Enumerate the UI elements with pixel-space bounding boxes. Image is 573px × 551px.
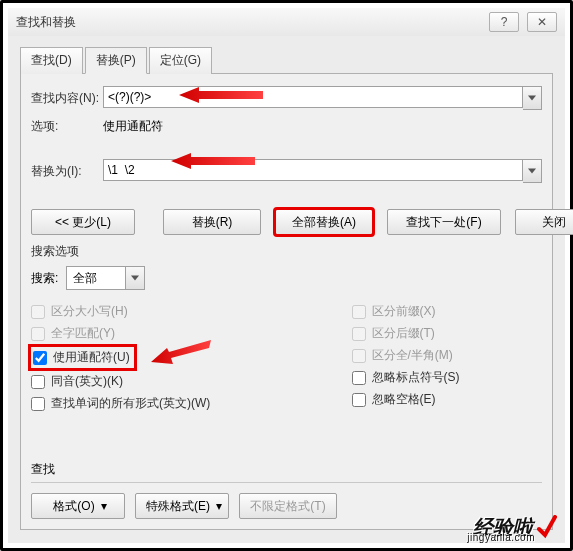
checkbox-col-right: 区分前缀(X) 区分后缀(T) 区分全/半角(M) 忽略标点符号(S) 忽略空格…	[222, 298, 543, 417]
help-button[interactable]: ?	[489, 12, 519, 32]
suffix-label: 区分后缀(T)	[372, 325, 435, 342]
replace-label: 替换为(I):	[31, 163, 103, 180]
tab-goto-label: 定位(G)	[160, 53, 201, 67]
checkbox-col-left: 区分大小写(H) 全字匹配(Y) 使用通配符(U) 同音(英文)(K) 查找单词…	[31, 298, 222, 417]
special-label: 特殊格式(E)	[146, 498, 210, 515]
footer-divider	[31, 482, 542, 483]
ignore-space-input[interactable]	[352, 393, 366, 407]
replace-all-button[interactable]: 全部替换(A)	[275, 209, 373, 235]
checkbox-columns: 区分大小写(H) 全字匹配(Y) 使用通配符(U) 同音(英文)(K) 查找单词…	[31, 298, 542, 417]
more-less-button[interactable]: << 更少(L)	[31, 209, 135, 235]
footer-section: 查找 格式(O) ▾ 特殊格式(E) ▾ 不限定格式(T)	[31, 461, 542, 519]
find-row: 查找内容(N):	[31, 86, 542, 110]
wildcards-checkbox[interactable]: 使用通配符(U)	[31, 347, 134, 368]
match-case-label: 区分大小写(H)	[51, 303, 128, 320]
replace-combo	[103, 159, 542, 183]
ignore-space-checkbox[interactable]: 忽略空格(E)	[352, 391, 543, 408]
find-dropdown-button[interactable]	[523, 86, 542, 110]
whole-word-input	[31, 327, 45, 341]
no-format-button: 不限定格式(T)	[239, 493, 337, 519]
search-direction-value: 全部	[66, 266, 126, 290]
prefix-checkbox: 区分前缀(X)	[352, 303, 543, 320]
chevron-down-icon	[528, 95, 536, 101]
find-combo	[103, 86, 542, 110]
content-area: 查找(D) 替换(P) 定位(G) 查找内容(N):	[8, 36, 565, 538]
replace-button-label: 替换(R)	[192, 214, 233, 231]
prefix-label: 区分前缀(X)	[372, 303, 436, 320]
more-less-label: << 更少(L)	[55, 214, 111, 231]
close-window-button[interactable]: ✕	[527, 12, 557, 32]
tab-panel: 查找内容(N): 选项: 使用通配符	[20, 74, 553, 530]
prefix-input	[352, 305, 366, 319]
chevron-down-icon: ▾	[101, 499, 107, 513]
options-row: 选项: 使用通配符	[31, 118, 542, 135]
tab-goto[interactable]: 定位(G)	[149, 47, 212, 74]
wildcards-label: 使用通配符(U)	[53, 349, 130, 366]
replace-dropdown-button[interactable]	[523, 159, 542, 183]
whole-word-checkbox: 全字匹配(Y)	[31, 325, 222, 342]
fullhalf-input	[352, 349, 366, 363]
footer-title: 查找	[31, 461, 542, 478]
whole-word-label: 全字匹配(Y)	[51, 325, 115, 342]
chevron-down-icon	[131, 275, 139, 281]
replace-button[interactable]: 替换(R)	[163, 209, 261, 235]
tab-replace-label: 替换(P)	[96, 53, 136, 67]
tab-find-label: 查找(D)	[31, 53, 72, 67]
replace-input[interactable]	[103, 159, 523, 181]
window-controls: ? ✕	[489, 12, 557, 32]
replace-all-label: 全部替换(A)	[292, 214, 356, 231]
find-label: 查找内容(N):	[31, 90, 103, 107]
tab-find[interactable]: 查找(D)	[20, 47, 83, 74]
replace-row: 替换为(I):	[31, 159, 542, 183]
tab-replace[interactable]: 替换(P)	[85, 47, 147, 74]
sounds-like-label: 同音(英文)(K)	[51, 373, 123, 390]
fullhalf-checkbox: 区分全/半角(M)	[352, 347, 543, 364]
sounds-like-input[interactable]	[31, 375, 45, 389]
suffix-input	[352, 327, 366, 341]
tab-strip: 查找(D) 替换(P) 定位(G)	[20, 46, 553, 74]
titlebar: 查找和替换 ? ✕	[8, 8, 565, 36]
special-button[interactable]: 特殊格式(E) ▾	[135, 493, 229, 519]
chevron-down-icon	[528, 168, 536, 174]
close-button[interactable]: 关闭	[515, 209, 573, 235]
find-next-label: 查找下一处(F)	[406, 214, 481, 231]
dialog-inner: 查找和替换 ? ✕ 查找(D) 替换(P) 定位(G) 查找内容(N):	[7, 7, 566, 544]
match-case-input	[31, 305, 45, 319]
chevron-down-icon: ▾	[216, 499, 222, 513]
window-title: 查找和替换	[16, 14, 489, 31]
format-label: 格式(O)	[53, 498, 94, 515]
search-direction-label: 搜索:	[31, 270, 58, 287]
options-value: 使用通配符	[103, 118, 163, 135]
sounds-like-checkbox[interactable]: 同音(英文)(K)	[31, 373, 222, 390]
word-forms-checkbox[interactable]: 查找单词的所有形式(英文)(W)	[31, 395, 222, 412]
search-direction-drop[interactable]	[126, 266, 145, 290]
ignore-punct-checkbox[interactable]: 忽略标点符号(S)	[352, 369, 543, 386]
word-forms-input[interactable]	[31, 397, 45, 411]
dialog-window: 查找和替换 ? ✕ 查找(D) 替换(P) 定位(G) 查找内容(N):	[0, 0, 573, 551]
match-case-checkbox: 区分大小写(H)	[31, 303, 222, 320]
find-next-button[interactable]: 查找下一处(F)	[387, 209, 501, 235]
format-button[interactable]: 格式(O) ▾	[31, 493, 125, 519]
fullhalf-label: 区分全/半角(M)	[372, 347, 453, 364]
no-format-label: 不限定格式(T)	[250, 498, 325, 515]
button-row: << 更少(L) 替换(R) 全部替换(A) 查找下一处(F) 关闭	[31, 209, 542, 235]
word-forms-label: 查找单词的所有形式(英文)(W)	[51, 395, 210, 412]
search-direction-row: 搜索: 全部	[31, 266, 542, 290]
options-label: 选项:	[31, 118, 103, 135]
wildcards-input[interactable]	[33, 351, 47, 365]
close-button-label: 关闭	[542, 214, 566, 231]
ignore-punct-input[interactable]	[352, 371, 366, 385]
footer-buttons: 格式(O) ▾ 特殊格式(E) ▾ 不限定格式(T)	[31, 493, 542, 519]
search-direction-combo[interactable]: 全部	[66, 266, 145, 290]
suffix-checkbox: 区分后缀(T)	[352, 325, 543, 342]
ignore-space-label: 忽略空格(E)	[372, 391, 436, 408]
search-options-title: 搜索选项	[31, 243, 542, 260]
find-input[interactable]	[103, 86, 523, 108]
ignore-punct-label: 忽略标点符号(S)	[372, 369, 460, 386]
